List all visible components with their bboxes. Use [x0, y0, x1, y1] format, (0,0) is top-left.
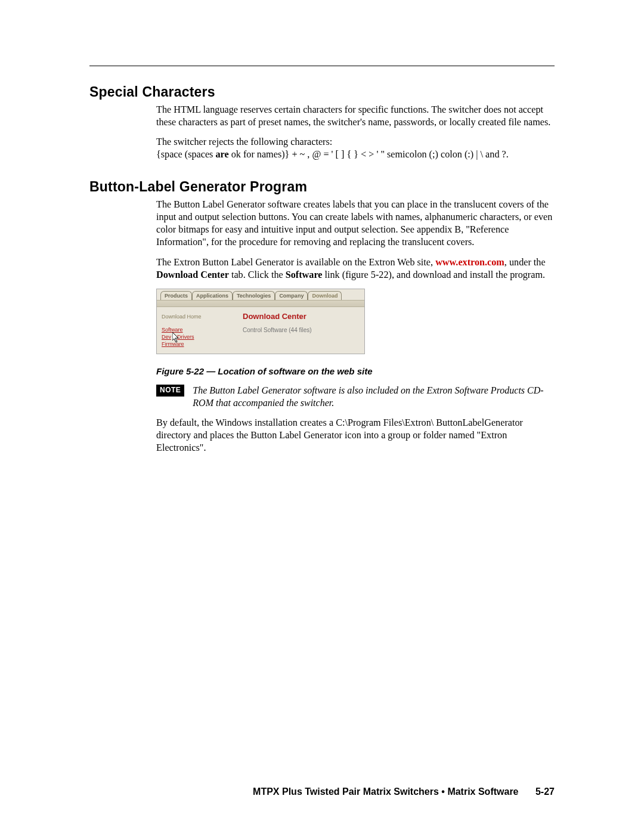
note-text: The Button Label Generator software is a…	[193, 385, 555, 410]
right-text: Control Software (44 files)	[243, 327, 360, 333]
download-center-bold: Download Center	[156, 270, 229, 280]
right-heading: Download Center	[243, 312, 360, 321]
left-download-home: Download Home	[162, 313, 233, 320]
rejects-post: ok for names)} + ~ , @ = ' [ ] { } < > '…	[229, 149, 509, 160]
blg-p2-mid1: , under the	[504, 257, 546, 268]
heading-special-characters: Special Characters	[89, 84, 555, 100]
top-horizontal-rule	[89, 66, 555, 66]
tab-applications: Applications	[192, 291, 233, 300]
tab-download: Download	[308, 291, 342, 300]
blg-p2-mid2: tab. Click the	[229, 270, 286, 280]
screenshot-left-nav: Download Home Software Dev Drivers Firmw…	[157, 307, 238, 354]
special-chars-list: The switcher rejects the following chara…	[156, 136, 555, 161]
tab-technologies: Technologies	[233, 291, 275, 300]
tab-products: Products	[160, 291, 192, 300]
figure-5-22-caption: Figure 5-22 — Location of software on th…	[156, 366, 555, 376]
page-footer: MTPX Plus Twisted Pair Matrix Switchers …	[253, 786, 555, 797]
special-chars-intro: The HTML language reserves certain chara…	[156, 104, 555, 129]
figure-5-22-screenshot: Products Applications Technologies Compa…	[156, 289, 365, 355]
svg-marker-0	[172, 332, 178, 342]
blg-p1: The Button Label Generator software crea…	[156, 199, 555, 249]
rejects-bold: are	[215, 149, 228, 160]
extron-link[interactable]: www.extron.com	[435, 257, 504, 268]
blg-p2-post: link (figure 5-22), and download and ins…	[322, 270, 545, 280]
screenshot-right-pane: Download Center Control Software (44 fil…	[238, 307, 364, 354]
screenshot-tabs: Products Applications Technologies Compa…	[157, 289, 364, 300]
blg-p2-pre: The Extron Button Label Generator is ava…	[156, 257, 435, 268]
software-bold: Software	[286, 270, 323, 280]
rejects-lead: The switcher rejects the following chara…	[156, 137, 332, 147]
blg-p2: The Extron Button Label Generator is ava…	[156, 256, 555, 281]
screenshot-toolbar	[157, 300, 364, 307]
left-link-dev: Dev	[162, 334, 171, 340]
tab-company: Company	[275, 291, 308, 300]
footer-page-number: 5-27	[535, 786, 555, 797]
heading-button-label-generator: Button-Label Generator Program	[89, 179, 555, 195]
cursor-icon	[172, 332, 181, 343]
note-badge: NOTE	[156, 385, 184, 397]
blg-p3: By default, the Windows installation cre…	[156, 417, 555, 454]
rejects-pre: {space (spaces	[156, 149, 215, 160]
footer-text: MTPX Plus Twisted Pair Matrix Switchers …	[253, 786, 518, 797]
note-row: NOTE The Button Label Generator software…	[156, 385, 555, 410]
